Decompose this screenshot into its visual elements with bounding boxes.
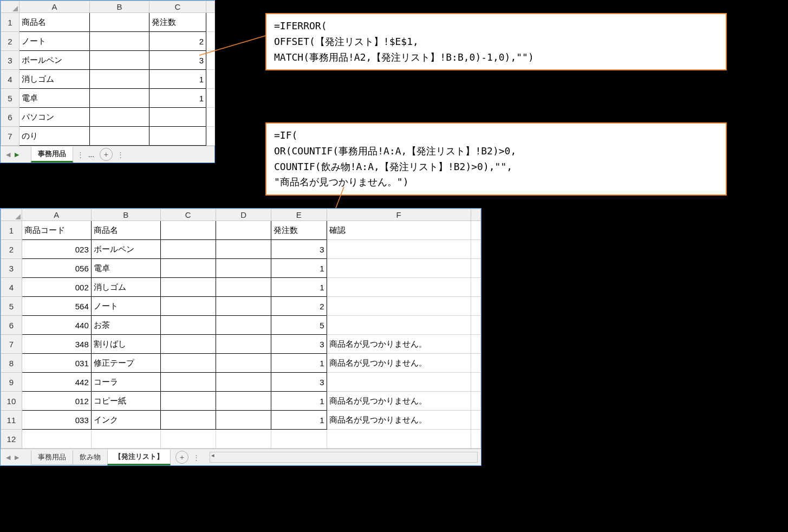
cell[interactable] [471,354,480,373]
cell[interactable] [216,373,271,392]
cell-C2[interactable]: 2 [149,32,206,51]
cell[interactable] [160,221,216,240]
cell[interactable] [160,354,216,373]
add-sheet-button[interactable]: + [100,148,113,161]
cell[interactable]: 確認 [327,221,471,240]
cell[interactable]: ノート [91,297,160,316]
cell[interactable]: 修正テープ [91,354,160,373]
cell[interactable]: コピー紙 [91,392,160,411]
tab-menu-icon[interactable]: ⋮ [117,151,124,159]
tab-nav-next-icon[interactable]: ▶ [12,454,21,461]
row-header[interactable]: 8 [1,354,22,373]
cell[interactable]: 1 [149,89,206,108]
cell[interactable] [160,373,216,392]
cell[interactable]: 1 [149,70,206,89]
cell[interactable] [471,278,480,297]
cell[interactable] [90,108,149,127]
cell[interactable] [471,373,480,392]
cell[interactable] [160,430,216,449]
cell[interactable]: ボールペン [91,240,160,259]
add-sheet-button[interactable]: + [175,451,188,464]
cell[interactable]: 1 [271,278,327,297]
tab-nav-prev-icon[interactable]: ◀ [4,454,12,461]
row-header[interactable]: 10 [1,392,22,411]
col-header-D[interactable]: D [216,209,271,221]
cell[interactable]: 5 [271,316,327,335]
cell[interactable] [327,430,471,449]
cell[interactable] [216,354,271,373]
col-header-B[interactable]: B [91,209,160,221]
cell[interactable] [90,51,149,70]
cell[interactable]: のり [19,127,90,146]
cell[interactable]: 442 [22,373,91,392]
row-header[interactable]: 3 [1,259,22,278]
cell[interactable]: 012 [22,392,91,411]
cell[interactable] [216,430,271,449]
cell[interactable]: 2 [271,297,327,316]
row-header[interactable]: 5 [1,297,22,316]
cell[interactable] [160,335,216,354]
cell[interactable] [206,108,215,127]
cell[interactable] [471,221,480,240]
cell[interactable] [90,127,149,146]
cell[interactable] [216,259,271,278]
sheet-tab-active[interactable]: 【発注リスト】 [107,450,171,465]
cell[interactable]: 002 [22,278,91,297]
cell[interactable]: 商品名が見つかりません。 [327,411,471,430]
cell[interactable] [216,297,271,316]
col-header-E[interactable]: E [271,209,327,221]
cell[interactable] [471,240,480,259]
cell[interactable]: 商品名が見つかりません。 [327,354,471,373]
cell[interactable]: 3 [149,51,206,70]
cell[interactable] [471,430,480,449]
cell[interactable] [206,32,215,51]
cell[interactable]: 440 [22,316,91,335]
cell[interactable]: インク [91,411,160,430]
cell[interactable]: お茶 [91,316,160,335]
row-header[interactable]: 4 [1,70,19,89]
row-header[interactable]: 1 [1,13,19,32]
cell-F2[interactable] [327,240,471,259]
cell[interactable] [91,430,160,449]
cell[interactable]: 電卓 [19,89,90,108]
col-header-F[interactable]: F [327,209,471,221]
cell[interactable]: 3 [271,335,327,354]
col-header-A[interactable]: A [19,1,90,13]
row-header[interactable]: 3 [1,51,19,70]
row-header[interactable]: 12 [1,430,22,449]
cell[interactable]: 1 [271,354,327,373]
cell[interactable] [216,221,271,240]
cell[interactable]: 348 [22,335,91,354]
cell[interactable]: コーラ [91,373,160,392]
tab-nav-prev-icon[interactable]: ◀ [4,151,12,158]
cell[interactable]: 商品名 [19,13,90,32]
cell[interactable] [216,335,271,354]
cell[interactable] [149,127,206,146]
cell[interactable] [90,32,149,51]
cell[interactable]: 1 [271,259,327,278]
select-all-corner[interactable] [1,209,22,221]
cell[interactable] [160,297,216,316]
cell[interactable] [90,70,149,89]
cell[interactable] [149,108,206,127]
cell[interactable] [216,392,271,411]
cell[interactable] [90,89,149,108]
cell[interactable] [160,392,216,411]
cell[interactable]: ボールペン [19,51,90,70]
cell[interactable] [327,259,471,278]
cell[interactable]: 発注数 [271,221,327,240]
cell[interactable]: 消しゴム [19,70,90,89]
cell[interactable]: 消しゴム [91,278,160,297]
cell[interactable]: 033 [22,411,91,430]
cell[interactable]: 3 [271,373,327,392]
cell[interactable] [471,316,480,335]
col-header-C[interactable]: C [149,1,206,13]
cell[interactable] [216,316,271,335]
row-header[interactable]: 7 [1,127,19,146]
row-header[interactable]: 2 [1,32,19,51]
row-header[interactable]: 6 [1,108,19,127]
row-header[interactable]: 2 [1,240,22,259]
cell[interactable] [90,13,149,32]
cell[interactable] [160,259,216,278]
cell[interactable]: 1 [271,411,327,430]
